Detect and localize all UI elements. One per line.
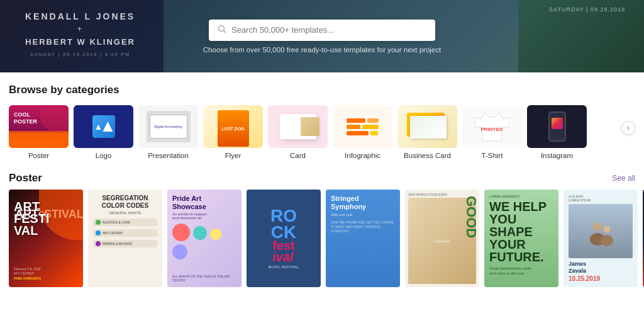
poster-card-world-food[interactable]: 2019 WORLD FOOD EXPO Food photo GOOD bbox=[405, 190, 479, 287]
svg-point-5 bbox=[603, 225, 611, 233]
poster-card-rock-festival[interactable]: ROCK festival MUSIC FESTIVAL bbox=[247, 190, 321, 287]
poster-card-art-festival[interactable]: ARTFESTIVAL February 5-8, 2019ART CENTER… bbox=[9, 190, 83, 287]
categories-row: COOLPOSTER Poster ▲ Logo bbox=[9, 105, 635, 159]
hero-date-left: SUNDAY | 09.29.2019 | 4:00 PM bbox=[25, 51, 135, 58]
category-thumb-card bbox=[268, 105, 328, 148]
category-thumb-instagram bbox=[527, 105, 587, 148]
poster-section-title: Poster bbox=[9, 172, 42, 185]
category-thumb-poster: COOLPOSTER bbox=[9, 105, 69, 148]
hero-text-left: KENDALL L JONES + HERBERT W KLINGER SUND… bbox=[25, 9, 135, 59]
svg-text:PRINTED: PRINTED bbox=[480, 127, 502, 132]
hero-name2: HERBERT W KLINGER bbox=[25, 36, 135, 49]
category-thumb-business-card bbox=[397, 105, 457, 148]
svg-point-6 bbox=[601, 235, 613, 246]
category-thumb-flyer: LOST DOG bbox=[203, 105, 263, 148]
category-item-card[interactable]: Card bbox=[268, 105, 328, 159]
category-label-logo: Logo bbox=[96, 152, 112, 159]
category-item-poster[interactable]: COOLPOSTER Poster bbox=[9, 105, 69, 159]
category-item-tshirt[interactable]: PRINTED T-Shirt bbox=[462, 105, 522, 159]
category-item-instagram[interactable]: Instagram bbox=[527, 105, 587, 159]
svg-point-3 bbox=[593, 222, 602, 231]
category-label-presentation: Presentation bbox=[148, 152, 189, 159]
hero-section: KENDALL L JONES + HERBERT W KLINGER SUND… bbox=[0, 0, 644, 72]
category-thumb-presentation: Digital Accounting bbox=[138, 105, 198, 148]
poster-card-pride-art[interactable]: Pride ArtShowcase An exhibit to supporta… bbox=[167, 190, 242, 287]
hero-subtitle: Choose from over 50,000 free ready-to-us… bbox=[203, 46, 441, 54]
poster-header: Poster See all bbox=[0, 166, 644, 190]
category-label-instagram: Instagram bbox=[541, 152, 573, 159]
poster-card-stringed-symphony[interactable]: StringedSymphony Violin and Cello JOIN T… bbox=[326, 190, 400, 287]
categories-section-title: Browse by categories bbox=[9, 84, 635, 96]
category-thumb-logo: ▲ bbox=[74, 105, 133, 148]
poster-card-people[interactable]: A FILM BYLOREM IPSUM JamesZavala 10.25.2… bbox=[564, 190, 638, 287]
category-label-business-card: Business Card bbox=[404, 152, 451, 159]
svg-line-1 bbox=[223, 30, 226, 33]
hero-plus: + bbox=[25, 23, 135, 35]
search-input[interactable] bbox=[231, 25, 426, 35]
category-item-business-card[interactable]: Business Card bbox=[397, 105, 457, 159]
categories-section: Browse by categories COOLPOSTER Poster ▲ bbox=[0, 72, 644, 166]
posters-row: ARTFESTIVAL February 5-8, 2019ART CENTER… bbox=[0, 190, 644, 293]
category-label-card: Card bbox=[290, 152, 306, 159]
poster-see-all[interactable]: See all bbox=[612, 174, 635, 183]
category-label-tshirt: T-Shirt bbox=[482, 152, 503, 159]
hero-search-area: Choose from over 50,000 free ready-to-us… bbox=[203, 20, 441, 54]
search-bar[interactable] bbox=[209, 20, 435, 41]
category-label-flyer: Flyer bbox=[225, 152, 242, 159]
category-item-presentation[interactable]: Digital Accounting Presentation bbox=[138, 105, 198, 159]
search-icon bbox=[218, 25, 226, 36]
category-item-flyer[interactable]: LOST DOG Flyer bbox=[203, 105, 263, 159]
category-label-poster: Poster bbox=[28, 152, 49, 159]
category-item-logo[interactable]: ▲ Logo bbox=[74, 105, 133, 159]
category-label-infographic: Infographic bbox=[345, 152, 380, 159]
categories-chevron-right[interactable]: › bbox=[621, 121, 635, 135]
poster-card-we-help[interactable]: LOREM UNIVERSITY WE HELPYOUSHAPEYOURFUTU… bbox=[484, 190, 558, 287]
hero-date-right: SATURDAY | 09.29.2019 bbox=[549, 6, 625, 13]
hero-name1: KENDALL L JONES bbox=[25, 9, 135, 23]
poster-card-segregation[interactable]: SEGREGATIONCOLOR CODES GENERAL WASTE PLA… bbox=[88, 190, 162, 287]
category-thumb-tshirt: PRINTED bbox=[462, 105, 522, 148]
category-item-infographic[interactable]: Infographic bbox=[333, 105, 392, 159]
category-thumb-infographic bbox=[333, 105, 392, 148]
